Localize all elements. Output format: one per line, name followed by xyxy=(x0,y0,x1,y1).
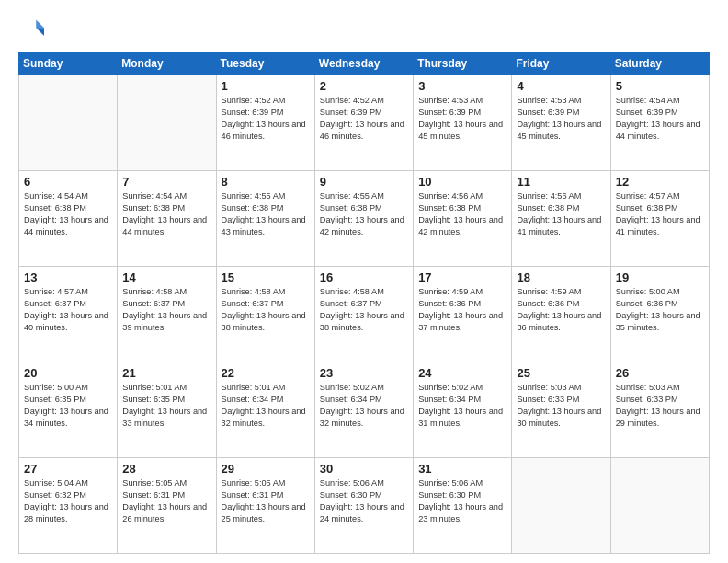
day-number: 4 xyxy=(517,79,605,93)
calendar-cell: 17Sunrise: 4:59 AMSunset: 6:36 PMDayligh… xyxy=(414,267,512,362)
day-info: Sunrise: 4:55 AMSunset: 6:38 PMDaylight:… xyxy=(320,190,408,238)
day-info: Sunrise: 4:52 AMSunset: 6:39 PMDaylight:… xyxy=(222,95,310,143)
calendar-cell xyxy=(118,75,216,171)
calendar-cell: 9Sunrise: 4:55 AMSunset: 6:38 PMDaylight… xyxy=(314,171,413,267)
day-number: 14 xyxy=(122,270,210,284)
day-number: 24 xyxy=(418,366,506,380)
calendar-cell: 12Sunrise: 4:57 AMSunset: 6:38 PMDayligh… xyxy=(610,171,709,267)
calendar-cell: 29Sunrise: 5:05 AMSunset: 6:31 PMDayligh… xyxy=(216,458,314,554)
calendar-cell: 20Sunrise: 5:00 AMSunset: 6:35 PMDayligh… xyxy=(19,362,118,458)
calendar-week-3: 13Sunrise: 4:57 AMSunset: 6:37 PMDayligh… xyxy=(19,267,710,362)
day-number: 17 xyxy=(418,270,506,284)
day-number: 16 xyxy=(320,270,408,284)
calendar-cell: 19Sunrise: 5:00 AMSunset: 6:36 PMDayligh… xyxy=(610,267,709,362)
calendar-cell xyxy=(610,458,709,554)
weekday-header-saturday: Saturday xyxy=(610,52,709,75)
day-number: 7 xyxy=(122,175,210,189)
day-info: Sunrise: 5:00 AMSunset: 6:35 PMDaylight:… xyxy=(24,382,112,430)
calendar-cell: 13Sunrise: 4:57 AMSunset: 6:37 PMDayligh… xyxy=(19,267,118,362)
calendar-cell: 24Sunrise: 5:02 AMSunset: 6:34 PMDayligh… xyxy=(414,362,512,458)
day-number: 19 xyxy=(616,270,704,284)
calendar-cell xyxy=(512,458,610,554)
calendar-cell: 22Sunrise: 5:01 AMSunset: 6:34 PMDayligh… xyxy=(216,362,314,458)
day-info: Sunrise: 4:58 AMSunset: 6:37 PMDaylight:… xyxy=(222,286,310,334)
day-number: 18 xyxy=(517,270,605,284)
day-info: Sunrise: 5:06 AMSunset: 6:30 PMDaylight:… xyxy=(320,477,408,525)
day-info: Sunrise: 4:59 AMSunset: 6:36 PMDaylight:… xyxy=(517,286,605,334)
calendar-cell: 4Sunrise: 4:53 AMSunset: 6:39 PMDaylight… xyxy=(512,75,610,171)
day-number: 21 xyxy=(122,366,210,380)
calendar-week-2: 6Sunrise: 4:54 AMSunset: 6:38 PMDaylight… xyxy=(19,171,710,267)
day-number: 15 xyxy=(222,270,310,284)
calendar-cell: 2Sunrise: 4:52 AMSunset: 6:39 PMDaylight… xyxy=(314,75,413,171)
day-info: Sunrise: 5:01 AMSunset: 6:34 PMDaylight:… xyxy=(222,382,310,430)
day-number: 20 xyxy=(24,366,112,380)
day-number: 28 xyxy=(122,462,210,476)
day-number: 23 xyxy=(320,366,408,380)
calendar-cell: 7Sunrise: 4:54 AMSunset: 6:38 PMDaylight… xyxy=(118,171,216,267)
day-number: 2 xyxy=(320,79,408,93)
day-info: Sunrise: 5:00 AMSunset: 6:36 PMDaylight:… xyxy=(616,286,704,334)
day-info: Sunrise: 4:53 AMSunset: 6:39 PMDaylight:… xyxy=(517,95,605,143)
day-number: 13 xyxy=(24,270,112,284)
calendar-cell: 27Sunrise: 5:04 AMSunset: 6:32 PMDayligh… xyxy=(19,458,118,554)
day-number: 12 xyxy=(616,175,704,189)
weekday-header-row: SundayMondayTuesdayWednesdayThursdayFrid… xyxy=(19,52,710,75)
day-info: Sunrise: 5:03 AMSunset: 6:33 PMDaylight:… xyxy=(517,382,605,430)
calendar-cell: 15Sunrise: 4:58 AMSunset: 6:37 PMDayligh… xyxy=(216,267,314,362)
day-number: 27 xyxy=(24,462,112,476)
day-info: Sunrise: 5:04 AMSunset: 6:32 PMDaylight:… xyxy=(24,477,112,525)
calendar-table: SundayMondayTuesdayWednesdayThursdayFrid… xyxy=(18,52,710,554)
calendar-week-1: 1Sunrise: 4:52 AMSunset: 6:39 PMDaylight… xyxy=(19,75,710,171)
day-info: Sunrise: 4:56 AMSunset: 6:38 PMDaylight:… xyxy=(418,190,506,238)
day-info: Sunrise: 4:58 AMSunset: 6:37 PMDaylight:… xyxy=(122,286,210,334)
weekday-header-sunday: Sunday xyxy=(19,52,118,75)
day-number: 5 xyxy=(616,79,704,93)
calendar-cell: 8Sunrise: 4:55 AMSunset: 6:38 PMDaylight… xyxy=(216,171,314,267)
day-info: Sunrise: 5:02 AMSunset: 6:34 PMDaylight:… xyxy=(320,382,408,430)
day-info: Sunrise: 4:53 AMSunset: 6:39 PMDaylight:… xyxy=(418,95,506,143)
day-info: Sunrise: 5:05 AMSunset: 6:31 PMDaylight:… xyxy=(222,477,310,525)
svg-marker-1 xyxy=(36,28,44,36)
calendar-cell: 14Sunrise: 4:58 AMSunset: 6:37 PMDayligh… xyxy=(118,267,216,362)
weekday-header-friday: Friday xyxy=(512,52,610,75)
day-number: 11 xyxy=(517,175,605,189)
day-number: 8 xyxy=(222,175,310,189)
day-number: 30 xyxy=(320,462,408,476)
calendar-cell: 3Sunrise: 4:53 AMSunset: 6:39 PMDaylight… xyxy=(414,75,512,171)
calendar-cell: 10Sunrise: 4:56 AMSunset: 6:38 PMDayligh… xyxy=(414,171,512,267)
logo xyxy=(18,17,48,42)
day-info: Sunrise: 5:06 AMSunset: 6:30 PMDaylight:… xyxy=(418,477,506,525)
calendar-week-4: 20Sunrise: 5:00 AMSunset: 6:35 PMDayligh… xyxy=(19,362,710,458)
calendar-cell: 28Sunrise: 5:05 AMSunset: 6:31 PMDayligh… xyxy=(118,458,216,554)
day-number: 31 xyxy=(418,462,506,476)
day-number: 22 xyxy=(222,366,310,380)
day-info: Sunrise: 4:54 AMSunset: 6:38 PMDaylight:… xyxy=(122,190,210,238)
day-number: 9 xyxy=(320,175,408,189)
day-number: 26 xyxy=(616,366,704,380)
day-info: Sunrise: 4:54 AMSunset: 6:39 PMDaylight:… xyxy=(616,95,704,143)
weekday-header-monday: Monday xyxy=(118,52,216,75)
weekday-header-thursday: Thursday xyxy=(414,52,512,75)
svg-marker-0 xyxy=(36,20,44,29)
day-number: 6 xyxy=(24,175,112,189)
day-info: Sunrise: 5:03 AMSunset: 6:33 PMDaylight:… xyxy=(616,382,704,430)
day-info: Sunrise: 4:59 AMSunset: 6:36 PMDaylight:… xyxy=(418,286,506,334)
day-info: Sunrise: 4:57 AMSunset: 6:37 PMDaylight:… xyxy=(24,286,112,334)
day-info: Sunrise: 4:58 AMSunset: 6:37 PMDaylight:… xyxy=(320,286,408,334)
day-number: 3 xyxy=(418,79,506,93)
day-info: Sunrise: 4:56 AMSunset: 6:38 PMDaylight:… xyxy=(517,190,605,238)
calendar-cell: 16Sunrise: 4:58 AMSunset: 6:37 PMDayligh… xyxy=(314,267,413,362)
header xyxy=(18,17,710,42)
day-info: Sunrise: 4:52 AMSunset: 6:39 PMDaylight:… xyxy=(320,95,408,143)
calendar-cell: 26Sunrise: 5:03 AMSunset: 6:33 PMDayligh… xyxy=(610,362,709,458)
calendar-cell: 30Sunrise: 5:06 AMSunset: 6:30 PMDayligh… xyxy=(314,458,413,554)
day-info: Sunrise: 5:02 AMSunset: 6:34 PMDaylight:… xyxy=(418,382,506,430)
day-number: 29 xyxy=(222,462,310,476)
calendar-cell: 23Sunrise: 5:02 AMSunset: 6:34 PMDayligh… xyxy=(314,362,413,458)
calendar-cell: 31Sunrise: 5:06 AMSunset: 6:30 PMDayligh… xyxy=(414,458,512,554)
calendar-cell: 11Sunrise: 4:56 AMSunset: 6:38 PMDayligh… xyxy=(512,171,610,267)
calendar-cell: 18Sunrise: 4:59 AMSunset: 6:36 PMDayligh… xyxy=(512,267,610,362)
day-number: 1 xyxy=(222,79,310,93)
calendar-week-5: 27Sunrise: 5:04 AMSunset: 6:32 PMDayligh… xyxy=(19,458,710,554)
